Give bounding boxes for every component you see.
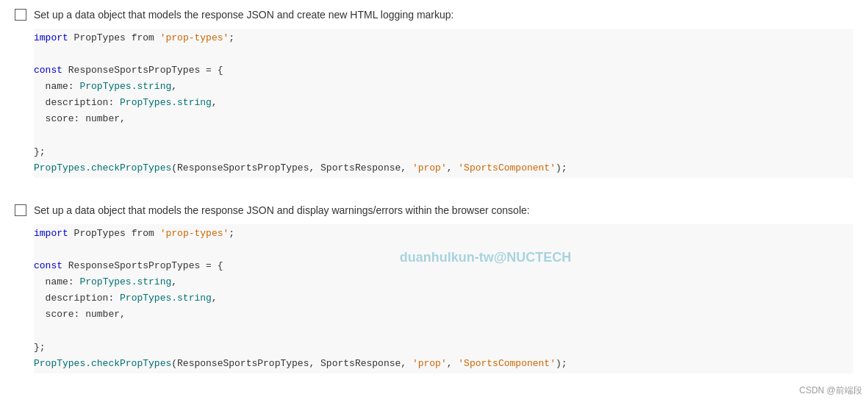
prop-type: PropTypes.string xyxy=(120,293,212,304)
code-line: description: PropTypes.string, xyxy=(34,290,853,307)
string-literal: 'SportsComponent' xyxy=(458,162,556,173)
code-line xyxy=(34,128,853,144)
code-text: name: xyxy=(34,81,79,92)
code-text: ); xyxy=(556,358,567,369)
prop-type: PropTypes.string xyxy=(79,276,171,287)
keyword: import xyxy=(34,32,68,43)
code-line: import PropTypes from 'prop-types'; xyxy=(34,30,853,46)
code-text xyxy=(154,228,160,239)
checkbox-2[interactable] xyxy=(15,204,26,216)
prop-type: PropTypes.string xyxy=(79,81,171,92)
code-line: PropTypes.checkPropTypes(ResponseSportsP… xyxy=(34,356,853,372)
code-text: PropTypes xyxy=(68,228,132,239)
code-text: , xyxy=(212,293,218,304)
code-text: score: number, xyxy=(34,113,126,124)
code-text: ; xyxy=(229,228,234,239)
code-line: name: PropTypes.string, xyxy=(34,79,853,95)
task-content-2: Set up a data object that models the res… xyxy=(34,203,853,373)
task-description-2: Set up a data object that models the res… xyxy=(34,203,853,218)
code-text: description: xyxy=(34,293,120,304)
code-block-1: import PropTypes from 'prop-types'; cons… xyxy=(34,29,853,178)
code-text: , xyxy=(212,97,218,108)
page-container: Set up a data object that models the res… xyxy=(0,0,868,403)
code-text: ResponseSportsPropTypes = { xyxy=(62,260,223,271)
code-line: score: number, xyxy=(34,307,853,323)
code-text: PropTypes xyxy=(68,32,132,43)
code-line: name: PropTypes.string, xyxy=(34,274,853,290)
code-text: }; xyxy=(34,146,46,157)
separator xyxy=(15,193,853,203)
task-item-1: Set up a data object that models the res… xyxy=(15,7,853,178)
prop-type: PropTypes.string xyxy=(120,97,212,108)
code-text: ; xyxy=(229,32,234,43)
string-literal: 'prop-types' xyxy=(160,228,229,239)
code-line xyxy=(34,242,853,258)
code-line: }; xyxy=(34,340,853,356)
code-line: description: PropTypes.string, xyxy=(34,95,853,111)
keyword: import xyxy=(34,228,68,239)
code-text: , xyxy=(171,276,177,287)
code-text: , xyxy=(447,358,459,369)
code-text: , xyxy=(447,162,459,173)
task-content-1: Set up a data object that models the res… xyxy=(34,7,853,178)
code-text: ); xyxy=(556,162,567,173)
code-line: const ResponseSportsPropTypes = { xyxy=(34,62,853,79)
prop-type: PropTypes.checkPropTypes xyxy=(34,162,171,173)
task-description-1: Set up a data object that models the res… xyxy=(34,7,853,23)
keyword: const xyxy=(34,260,62,271)
string-literal: 'prop' xyxy=(412,162,447,173)
code-text: score: number, xyxy=(34,309,126,320)
code-text: , xyxy=(171,81,177,92)
code-line: score: number, xyxy=(34,111,853,127)
code-text: from xyxy=(132,228,154,239)
string-literal: 'prop-types' xyxy=(160,32,229,43)
code-text xyxy=(154,32,160,43)
code-line xyxy=(34,323,853,339)
string-literal: 'prop' xyxy=(412,358,447,369)
code-line: const ResponseSportsPropTypes = { xyxy=(34,258,853,274)
code-text: description: xyxy=(34,97,120,108)
prop-type: PropTypes.checkPropTypes xyxy=(34,358,171,369)
keyword: const xyxy=(34,65,62,76)
checkbox-1[interactable] xyxy=(15,9,26,21)
csdn-label: CSDN @前端段 xyxy=(799,384,862,397)
code-text: (ResponseSportsPropTypes, SportsResponse… xyxy=(171,162,412,173)
code-line: }; xyxy=(34,144,853,160)
code-text: name: xyxy=(34,276,79,287)
task-item-2: Set up a data object that models the res… xyxy=(15,203,853,373)
code-text: from xyxy=(132,32,154,43)
code-block-2: import PropTypes from 'prop-types'; cons… xyxy=(34,224,853,373)
code-text: }; xyxy=(34,342,46,353)
code-line xyxy=(34,46,853,62)
code-text: ResponseSportsPropTypes = { xyxy=(62,65,223,76)
code-line: import PropTypes from 'prop-types'; xyxy=(34,226,853,242)
code-text: (ResponseSportsPropTypes, SportsResponse… xyxy=(171,358,412,369)
code-line: PropTypes.checkPropTypes(ResponseSportsP… xyxy=(34,160,853,176)
string-literal: 'SportsComponent' xyxy=(458,358,556,369)
